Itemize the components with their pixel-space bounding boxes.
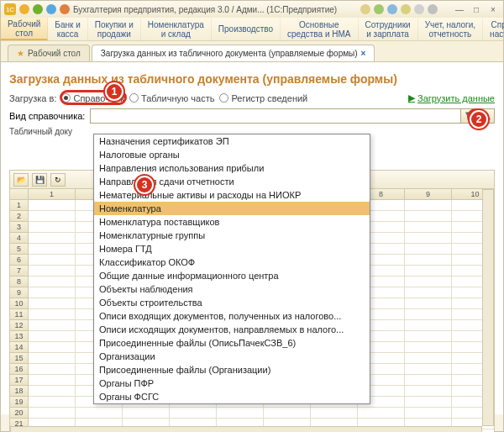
dropdown-item[interactable]: Номенклатура bbox=[94, 202, 370, 215]
col-header[interactable]: 9 bbox=[405, 189, 452, 200]
menu-item[interactable]: Производство bbox=[212, 18, 281, 40]
cell[interactable] bbox=[405, 342, 452, 353]
dropdown-item[interactable]: Органы ФСГС bbox=[94, 390, 370, 403]
dropdown-item[interactable]: Назначения сертификатов ЭП bbox=[94, 134, 370, 148]
menu-item[interactable]: Банк икасса bbox=[48, 18, 87, 40]
directory-dropdown[interactable]: Назначения сертификатов ЭПНалоговые орга… bbox=[93, 134, 370, 404]
row-header[interactable]: 2 bbox=[10, 211, 29, 222]
cell[interactable] bbox=[29, 211, 76, 222]
vertical-scrollbar[interactable] bbox=[482, 189, 494, 426]
cell[interactable] bbox=[217, 408, 264, 419]
cell[interactable] bbox=[405, 408, 452, 419]
row-header[interactable]: 6 bbox=[10, 255, 29, 266]
load-data-link[interactable]: ▶ Загрузить данные bbox=[408, 92, 495, 103]
cell[interactable] bbox=[170, 408, 217, 419]
minimize-button[interactable]: — bbox=[453, 5, 466, 14]
row-header[interactable]: 11 bbox=[10, 309, 29, 320]
dropdown-item[interactable]: Номенклатура поставщиков bbox=[94, 215, 370, 229]
row-header[interactable]: 3 bbox=[10, 222, 29, 233]
tab-desktop[interactable]: ★ Рабочий стол bbox=[8, 45, 90, 61]
cell[interactable] bbox=[29, 331, 76, 342]
cell[interactable] bbox=[405, 364, 452, 375]
cell[interactable] bbox=[405, 266, 452, 277]
menu-item[interactable]: Рабочийстол bbox=[1, 18, 48, 40]
cell[interactable] bbox=[405, 244, 452, 255]
cell[interactable] bbox=[405, 331, 452, 342]
toolbar-icon[interactable] bbox=[401, 4, 411, 14]
dropdown-item[interactable]: Классификатор ОКОФ bbox=[94, 256, 370, 269]
dropdown-item[interactable]: Присоединенные файлы (Организации) bbox=[94, 363, 370, 377]
toolbar-icon[interactable] bbox=[360, 4, 370, 14]
cell[interactable] bbox=[29, 244, 76, 255]
menu-item[interactable]: Учет, налоги,отчетность bbox=[418, 18, 483, 40]
cell[interactable] bbox=[358, 408, 405, 419]
toolbar-icon[interactable] bbox=[387, 4, 397, 14]
row-header[interactable]: 19 bbox=[10, 397, 29, 408]
row-header[interactable]: 12 bbox=[10, 320, 29, 331]
cell[interactable] bbox=[29, 375, 76, 386]
toolbar-icon[interactable] bbox=[19, 4, 29, 14]
cell[interactable] bbox=[29, 309, 76, 320]
cell[interactable] bbox=[311, 408, 358, 419]
cell[interactable] bbox=[29, 397, 76, 408]
cell[interactable] bbox=[264, 408, 311, 419]
cell[interactable] bbox=[405, 353, 452, 364]
menu-item[interactable]: Сотрудникии зарплата bbox=[359, 18, 418, 40]
row-header[interactable]: 9 bbox=[10, 287, 29, 298]
col-header[interactable]: 1 bbox=[29, 189, 76, 200]
cell[interactable] bbox=[29, 298, 76, 309]
sheet-open-button[interactable]: 📂 bbox=[13, 173, 29, 187]
row-header[interactable]: 10 bbox=[10, 298, 29, 309]
dropdown-item[interactable]: Организации bbox=[94, 350, 370, 363]
toolbar-icon[interactable] bbox=[60, 4, 70, 14]
row-header[interactable]: 14 bbox=[10, 342, 29, 353]
menu-item[interactable]: Покупки ипродажи bbox=[88, 18, 141, 40]
cell[interactable] bbox=[29, 364, 76, 375]
dropdown-item[interactable]: Номера ГТД bbox=[94, 242, 370, 256]
cell[interactable] bbox=[405, 287, 452, 298]
cell[interactable] bbox=[29, 408, 76, 419]
menu-item[interactable]: Справонастрой bbox=[483, 18, 504, 40]
row-header[interactable]: 17 bbox=[10, 375, 29, 386]
dropdown-item[interactable]: Описи входящих документов, полученных из… bbox=[94, 309, 370, 323]
cell[interactable] bbox=[405, 211, 452, 222]
cell[interactable] bbox=[76, 408, 123, 419]
dropdown-item[interactable]: Органы ПФР bbox=[94, 377, 370, 390]
dropdown-item[interactable]: Направления использования прибыли bbox=[94, 161, 370, 175]
cell[interactable] bbox=[405, 397, 452, 408]
dropdown-item[interactable]: Объекты наблюдения bbox=[94, 282, 370, 296]
toolbar-icon[interactable] bbox=[374, 4, 384, 14]
cell[interactable] bbox=[405, 255, 452, 266]
maximize-button[interactable]: □ bbox=[470, 5, 483, 14]
toolbar-icon[interactable] bbox=[428, 4, 438, 14]
close-tab-icon[interactable]: × bbox=[361, 49, 366, 58]
dropdown-item[interactable]: Нематериальные активы и расходы на НИОКР bbox=[94, 188, 370, 202]
cell[interactable] bbox=[29, 386, 76, 397]
toolbar-icon[interactable] bbox=[33, 4, 43, 14]
dropdown-item[interactable]: Объекты строительства bbox=[94, 296, 370, 309]
cell[interactable] bbox=[405, 375, 452, 386]
cell[interactable] bbox=[29, 200, 76, 211]
cell[interactable] bbox=[405, 309, 452, 320]
row-header[interactable]: 1 bbox=[10, 200, 29, 211]
cell[interactable] bbox=[29, 353, 76, 364]
cell[interactable] bbox=[29, 255, 76, 266]
dropdown-item[interactable]: Номенклатурные группы bbox=[94, 229, 370, 242]
horizontal-scrollbar[interactable] bbox=[10, 426, 482, 432]
menu-item[interactable]: Основныесредства и НМА bbox=[281, 18, 358, 40]
dropdown-item[interactable]: Общие данные информационного центра bbox=[94, 269, 370, 282]
dropdown-item[interactable]: Описи исходящих документов, направляемых… bbox=[94, 323, 370, 336]
cell[interactable] bbox=[123, 408, 170, 419]
cell[interactable] bbox=[405, 200, 452, 211]
cell[interactable] bbox=[405, 277, 452, 287]
tab-load-data[interactable]: Загрузка данных из табличного документа … bbox=[92, 45, 375, 61]
sheet-save-button[interactable]: 💾 bbox=[32, 173, 47, 187]
close-button[interactable]: × bbox=[486, 5, 500, 14]
radio-table-part[interactable]: Табличную часть bbox=[129, 93, 214, 103]
menu-item[interactable]: Номенклатураи склад bbox=[141, 18, 212, 40]
row-header[interactable]: 8 bbox=[10, 277, 29, 287]
dropdown-item[interactable]: Налоговые органы bbox=[94, 148, 370, 161]
radio-register[interactable]: Регистр сведений bbox=[219, 93, 307, 103]
directory-kind-combo[interactable]: ▾ bbox=[90, 108, 475, 124]
cell[interactable] bbox=[405, 298, 452, 309]
